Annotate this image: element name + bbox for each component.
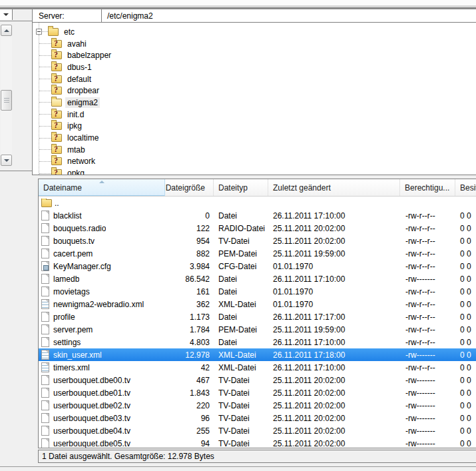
file-modified: 25.11.2011 19:59:00 — [268, 249, 400, 258]
file-row[interactable]: blacklist0Datei26.11.2011 17:10:00-rw-r-… — [39, 209, 476, 222]
file-owner: 0 0 — [455, 363, 476, 372]
file-icon — [41, 337, 49, 347]
file-permissions: -rw------- — [400, 439, 455, 448]
column-header-label: Besitz... — [460, 183, 476, 193]
file-name: userbouquet.dbe05.tv — [53, 439, 130, 448]
folder-question-icon — [51, 157, 62, 165]
file-row[interactable]: profile1.173Datei26.11.2011 17:17:00-rw-… — [39, 310, 476, 323]
folder-icon — [48, 28, 59, 36]
file-name: .. — [55, 199, 59, 208]
vertical-scrollbar[interactable] — [1, 25, 12, 166]
file-size: 3.984 — [165, 262, 214, 271]
scroll-down-button[interactable] — [1, 155, 12, 166]
file-permissions: -rw-r--r-- — [400, 262, 455, 271]
file-icon — [41, 211, 49, 221]
tree-item-network[interactable]: network — [33, 156, 476, 168]
file-row[interactable]: cacert.pem882PEM-Datei25.11.2011 19:59:0… — [39, 247, 476, 260]
tree-connector — [39, 55, 51, 56]
file-permissions: -rw-r--r-- — [400, 363, 455, 372]
file-type: TV-Datei — [214, 401, 268, 410]
folder-question-icon — [51, 40, 62, 48]
tree-item-ipkg[interactable]: ipkg — [33, 121, 476, 133]
file-row[interactable]: timers.xml42XML-Datei26.11.2011 17:10:00… — [39, 361, 476, 374]
combo-dropdown-button[interactable] — [0, 9, 13, 20]
file-permissions: -rw-r--r-- — [400, 224, 455, 233]
file-permissions: -rw------- — [400, 414, 455, 423]
tree-item-label: etc — [62, 27, 77, 37]
window-top-band — [0, 0, 476, 5]
file-row[interactable]: lamedb86.542Datei26.11.2011 17:10:00-rw-… — [39, 272, 476, 285]
scrollbar-thumb[interactable] — [1, 90, 12, 111]
tree-item-dropbear[interactable]: dropbear — [33, 85, 476, 97]
file-row[interactable]: userbouquet.dbe04.tv255TV-Datei25.11.201… — [39, 424, 476, 437]
file-name-cell: profile — [39, 312, 165, 322]
server-label: Server: — [33, 9, 102, 22]
file-name: userbouquet.dbe01.tv — [53, 388, 130, 398]
file-row[interactable]: userbouquet.dbe05.tv94TV-Datei25.11.2011… — [39, 437, 476, 448]
file-size: 42 — [165, 363, 214, 372]
folder-question-icon — [51, 63, 62, 71]
file-row[interactable]: skin_user.xml12.978XML-Datei26.11.2011 1… — [39, 348, 476, 361]
file-row[interactable]: userbouquet.dbe01.tv1.843TV-Datei25.11.2… — [39, 386, 476, 399]
file-row[interactable]: bouquets.radio122RADIO-Datei25.11.2011 2… — [39, 222, 476, 235]
scroll-up-button[interactable] — [1, 25, 12, 36]
file-row[interactable]: bouquets.tv954TV-Datei25.11.2011 20:02:0… — [39, 235, 476, 247]
tree-item-label: ipkg — [65, 121, 84, 131]
file-xml-icon — [41, 350, 49, 360]
tree-item-etc[interactable]: etc — [33, 26, 476, 38]
tree-collapse-toggle[interactable] — [36, 29, 42, 35]
column-header-owner[interactable]: Besitz... — [455, 179, 476, 196]
server-path-field[interactable]: /etc/enigma2 — [102, 9, 476, 22]
file-xml-icon — [41, 362, 49, 372]
file-row[interactable]: .. — [39, 197, 476, 209]
file-row[interactable]: movietags161Datei01.01.1970-rw-r--r--0 0 — [39, 285, 476, 298]
column-header-name[interactable]: Dateiname — [39, 179, 165, 196]
tree-item-dbus-1[interactable]: dbus-1 — [33, 61, 476, 73]
file-type: XML-Datei — [214, 300, 268, 309]
file-row[interactable]: userbouquet.dbe00.tv467TV-Datei25.11.201… — [39, 374, 476, 386]
file-row[interactable]: settings4.803Datei26.11.2011 17:10:00-rw… — [39, 336, 476, 348]
file-modified: 25.11.2011 20:02:00 — [268, 376, 400, 385]
file-modified: 26.11.2011 17:10:00 — [268, 363, 400, 372]
tree-item-init.d[interactable]: init.d — [33, 109, 476, 121]
file-row[interactable]: server.pem1.784PEM-Datei25.11.2011 19:59… — [39, 323, 476, 336]
remote-tree-pane: Server: /etc/enigma2 etcavahibabelzapper… — [32, 9, 476, 175]
file-row[interactable]: KeyManager.cfg3.984CFG-Datei01.01.1970-r… — [39, 260, 476, 272]
file-size: 1.843 — [165, 388, 214, 398]
file-size: 882 — [165, 249, 214, 258]
tree-item-localtime[interactable]: localtime — [33, 132, 476, 144]
file-owner: 0 0 — [455, 350, 476, 360]
tree-item-opkg[interactable]: opkg — [33, 167, 476, 175]
tree-item-avahi[interactable]: avahi — [33, 38, 476, 50]
file-icon — [41, 286, 49, 296]
file-permissions: -rw-r--r-- — [400, 249, 455, 258]
folder-question-icon — [51, 146, 62, 154]
column-header-modified[interactable]: Zuletzt geändert — [268, 179, 400, 196]
tree-item-enigma2[interactable]: enigma2 — [33, 97, 476, 109]
file-type: XML-Datei — [214, 363, 268, 372]
tree-item-label: localtime — [65, 133, 101, 143]
tree-item-mtab[interactable]: mtab — [33, 144, 476, 156]
file-type: TV-Datei — [214, 388, 268, 398]
column-header-type[interactable]: Dateityp — [214, 179, 268, 196]
folder-question-icon — [51, 111, 62, 119]
arrow-up-icon — [4, 29, 9, 32]
file-name-cell: timers.xml — [39, 362, 165, 372]
file-row[interactable]: userbouquet.dbe03.tv96TV-Datei25.11.2011… — [39, 412, 476, 424]
tree-item-label: dbus-1 — [65, 62, 94, 73]
file-owner: 0 0 — [455, 224, 476, 233]
file-name-cell: userbouquet.dbe01.tv — [39, 388, 165, 398]
file-name: skin_user.xml — [53, 350, 102, 360]
file-name-cell: movietags — [39, 286, 165, 296]
tree-item-babelzapper[interactable]: babelzapper — [33, 49, 476, 61]
file-row[interactable]: newnigma2-webradio.xml362XML-Datei01.01.… — [39, 298, 476, 310]
tree-item-default[interactable]: default — [33, 73, 476, 85]
file-row[interactable]: userbouquet.dbe02.tv220TV-Datei25.11.201… — [39, 399, 476, 412]
column-header-size[interactable]: Dateigröße — [165, 179, 214, 196]
file-owner: 0 0 — [455, 338, 476, 347]
file-name-cell: bouquets.tv — [39, 236, 165, 246]
column-header-permissions[interactable]: Berechtigu... — [400, 179, 455, 196]
left-panel-strip — [0, 9, 32, 471]
file-name-cell: bouquets.radio — [39, 223, 165, 233]
server-bar: Server: /etc/enigma2 — [33, 9, 476, 23]
